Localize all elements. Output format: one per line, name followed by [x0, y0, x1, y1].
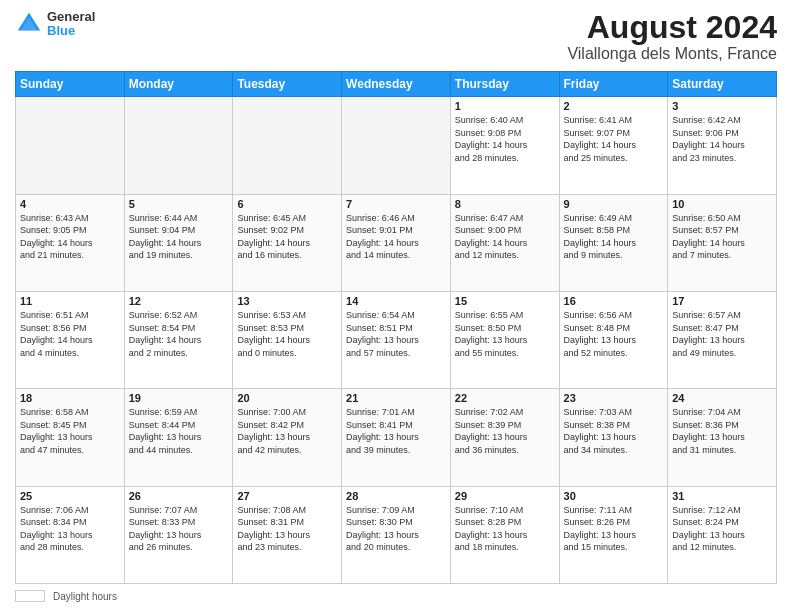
- day-number: 11: [20, 295, 120, 307]
- calendar-cell: 2Sunrise: 6:41 AM Sunset: 9:07 PM Daylig…: [559, 97, 668, 194]
- day-info: Sunrise: 7:07 AM Sunset: 8:33 PM Dayligh…: [129, 504, 229, 554]
- day-info: Sunrise: 7:01 AM Sunset: 8:41 PM Dayligh…: [346, 406, 446, 456]
- day-number: 27: [237, 490, 337, 502]
- day-header-wednesday: Wednesday: [342, 72, 451, 97]
- calendar-cell: 22Sunrise: 7:02 AM Sunset: 8:39 PM Dayli…: [450, 389, 559, 486]
- day-info: Sunrise: 7:03 AM Sunset: 8:38 PM Dayligh…: [564, 406, 664, 456]
- day-number: 1: [455, 100, 555, 112]
- days-row: SundayMondayTuesdayWednesdayThursdayFrid…: [16, 72, 777, 97]
- calendar-cell: 15Sunrise: 6:55 AM Sunset: 8:50 PM Dayli…: [450, 291, 559, 388]
- day-info: Sunrise: 7:00 AM Sunset: 8:42 PM Dayligh…: [237, 406, 337, 456]
- day-number: 15: [455, 295, 555, 307]
- calendar-table: SundayMondayTuesdayWednesdayThursdayFrid…: [15, 71, 777, 584]
- day-info: Sunrise: 6:50 AM Sunset: 8:57 PM Dayligh…: [672, 212, 772, 262]
- calendar-cell: 1Sunrise: 6:40 AM Sunset: 9:08 PM Daylig…: [450, 97, 559, 194]
- calendar-cell: 16Sunrise: 6:56 AM Sunset: 8:48 PM Dayli…: [559, 291, 668, 388]
- day-number: 14: [346, 295, 446, 307]
- day-number: 13: [237, 295, 337, 307]
- calendar-cell: 12Sunrise: 6:52 AM Sunset: 8:54 PM Dayli…: [124, 291, 233, 388]
- week-row-4: 18Sunrise: 6:58 AM Sunset: 8:45 PM Dayli…: [16, 389, 777, 486]
- day-number: 6: [237, 198, 337, 210]
- day-number: 4: [20, 198, 120, 210]
- day-info: Sunrise: 6:56 AM Sunset: 8:48 PM Dayligh…: [564, 309, 664, 359]
- calendar-header: SundayMondayTuesdayWednesdayThursdayFrid…: [16, 72, 777, 97]
- calendar-cell: 28Sunrise: 7:09 AM Sunset: 8:30 PM Dayli…: [342, 486, 451, 583]
- page: General Blue August 2024 Vilallonga dels…: [0, 0, 792, 612]
- legend-label: Daylight hours: [53, 591, 117, 602]
- day-info: Sunrise: 6:51 AM Sunset: 8:56 PM Dayligh…: [20, 309, 120, 359]
- day-info: Sunrise: 6:53 AM Sunset: 8:53 PM Dayligh…: [237, 309, 337, 359]
- logo-line1: General: [47, 10, 95, 24]
- day-info: Sunrise: 6:54 AM Sunset: 8:51 PM Dayligh…: [346, 309, 446, 359]
- day-info: Sunrise: 6:46 AM Sunset: 9:01 PM Dayligh…: [346, 212, 446, 262]
- calendar-cell: 13Sunrise: 6:53 AM Sunset: 8:53 PM Dayli…: [233, 291, 342, 388]
- day-info: Sunrise: 6:44 AM Sunset: 9:04 PM Dayligh…: [129, 212, 229, 262]
- day-header-thursday: Thursday: [450, 72, 559, 97]
- calendar-cell: 4Sunrise: 6:43 AM Sunset: 9:05 PM Daylig…: [16, 194, 125, 291]
- day-number: 17: [672, 295, 772, 307]
- day-number: 10: [672, 198, 772, 210]
- calendar-cell: 21Sunrise: 7:01 AM Sunset: 8:41 PM Dayli…: [342, 389, 451, 486]
- calendar-cell: 7Sunrise: 6:46 AM Sunset: 9:01 PM Daylig…: [342, 194, 451, 291]
- logo-line2: Blue: [47, 24, 95, 38]
- calendar-subtitle: Vilallonga dels Monts, France: [567, 45, 777, 63]
- day-number: 28: [346, 490, 446, 502]
- day-info: Sunrise: 7:02 AM Sunset: 8:39 PM Dayligh…: [455, 406, 555, 456]
- footer: Daylight hours: [15, 590, 777, 602]
- legend-box: [15, 590, 45, 602]
- day-info: Sunrise: 6:52 AM Sunset: 8:54 PM Dayligh…: [129, 309, 229, 359]
- week-row-5: 25Sunrise: 7:06 AM Sunset: 8:34 PM Dayli…: [16, 486, 777, 583]
- day-info: Sunrise: 6:58 AM Sunset: 8:45 PM Dayligh…: [20, 406, 120, 456]
- calendar-cell: 8Sunrise: 6:47 AM Sunset: 9:00 PM Daylig…: [450, 194, 559, 291]
- day-info: Sunrise: 6:42 AM Sunset: 9:06 PM Dayligh…: [672, 114, 772, 164]
- day-number: 8: [455, 198, 555, 210]
- calendar-body: 1Sunrise: 6:40 AM Sunset: 9:08 PM Daylig…: [16, 97, 777, 584]
- day-info: Sunrise: 7:10 AM Sunset: 8:28 PM Dayligh…: [455, 504, 555, 554]
- day-info: Sunrise: 6:43 AM Sunset: 9:05 PM Dayligh…: [20, 212, 120, 262]
- day-header-tuesday: Tuesday: [233, 72, 342, 97]
- calendar-cell: [342, 97, 451, 194]
- title-block: August 2024 Vilallonga dels Monts, Franc…: [567, 10, 777, 63]
- calendar-cell: 9Sunrise: 6:49 AM Sunset: 8:58 PM Daylig…: [559, 194, 668, 291]
- week-row-3: 11Sunrise: 6:51 AM Sunset: 8:56 PM Dayli…: [16, 291, 777, 388]
- calendar-cell: 25Sunrise: 7:06 AM Sunset: 8:34 PM Dayli…: [16, 486, 125, 583]
- calendar-cell: 6Sunrise: 6:45 AM Sunset: 9:02 PM Daylig…: [233, 194, 342, 291]
- day-info: Sunrise: 6:55 AM Sunset: 8:50 PM Dayligh…: [455, 309, 555, 359]
- calendar-cell: [16, 97, 125, 194]
- day-header-sunday: Sunday: [16, 72, 125, 97]
- day-header-monday: Monday: [124, 72, 233, 97]
- day-header-friday: Friday: [559, 72, 668, 97]
- header: General Blue August 2024 Vilallonga dels…: [15, 10, 777, 63]
- calendar-cell: 24Sunrise: 7:04 AM Sunset: 8:36 PM Dayli…: [668, 389, 777, 486]
- day-number: 31: [672, 490, 772, 502]
- calendar-cell: 20Sunrise: 7:00 AM Sunset: 8:42 PM Dayli…: [233, 389, 342, 486]
- day-number: 26: [129, 490, 229, 502]
- day-info: Sunrise: 6:47 AM Sunset: 9:00 PM Dayligh…: [455, 212, 555, 262]
- calendar-cell: 5Sunrise: 6:44 AM Sunset: 9:04 PM Daylig…: [124, 194, 233, 291]
- calendar-cell: 10Sunrise: 6:50 AM Sunset: 8:57 PM Dayli…: [668, 194, 777, 291]
- day-number: 30: [564, 490, 664, 502]
- day-number: 7: [346, 198, 446, 210]
- logo-icon: [15, 10, 43, 38]
- logo: General Blue: [15, 10, 95, 39]
- week-row-1: 1Sunrise: 6:40 AM Sunset: 9:08 PM Daylig…: [16, 97, 777, 194]
- day-info: Sunrise: 6:45 AM Sunset: 9:02 PM Dayligh…: [237, 212, 337, 262]
- day-info: Sunrise: 7:09 AM Sunset: 8:30 PM Dayligh…: [346, 504, 446, 554]
- day-info: Sunrise: 7:08 AM Sunset: 8:31 PM Dayligh…: [237, 504, 337, 554]
- logo-text: General Blue: [47, 10, 95, 39]
- day-info: Sunrise: 6:57 AM Sunset: 8:47 PM Dayligh…: [672, 309, 772, 359]
- day-number: 3: [672, 100, 772, 112]
- day-number: 12: [129, 295, 229, 307]
- day-number: 5: [129, 198, 229, 210]
- day-info: Sunrise: 6:49 AM Sunset: 8:58 PM Dayligh…: [564, 212, 664, 262]
- day-number: 22: [455, 392, 555, 404]
- day-number: 29: [455, 490, 555, 502]
- day-info: Sunrise: 7:06 AM Sunset: 8:34 PM Dayligh…: [20, 504, 120, 554]
- calendar-cell: 27Sunrise: 7:08 AM Sunset: 8:31 PM Dayli…: [233, 486, 342, 583]
- calendar-cell: 17Sunrise: 6:57 AM Sunset: 8:47 PM Dayli…: [668, 291, 777, 388]
- day-info: Sunrise: 6:41 AM Sunset: 9:07 PM Dayligh…: [564, 114, 664, 164]
- day-number: 23: [564, 392, 664, 404]
- day-info: Sunrise: 7:04 AM Sunset: 8:36 PM Dayligh…: [672, 406, 772, 456]
- day-number: 24: [672, 392, 772, 404]
- calendar-cell: [233, 97, 342, 194]
